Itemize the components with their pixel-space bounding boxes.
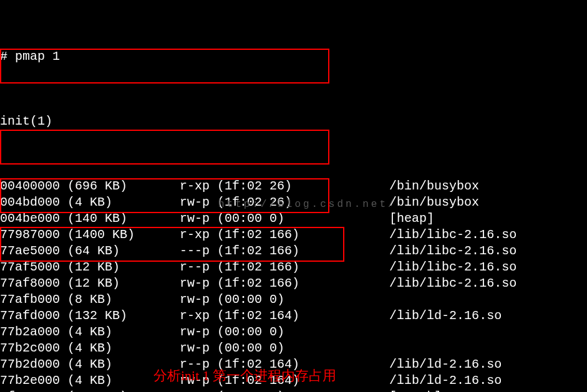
process-line: init(1) — [0, 113, 587, 130]
pmap-row: 77af8000 (12 KB) rw-p (1f:02 166) /lib/l… — [0, 275, 587, 292]
highlight-box-1 — [0, 49, 329, 84]
highlight-box-4 — [0, 227, 344, 262]
pmap-row: 77b2a000 (4 KB) rw-p (00:00 0) — [0, 324, 587, 340]
terminal[interactable]: # pmap 1 init(1) 00400000 (696 KB) r-xp … — [0, 0, 587, 392]
highlight-box-2 — [0, 130, 329, 165]
annotation-text: 分析init 1 第一个进程内存占用 — [153, 368, 336, 384]
pmap-row: 77afb000 (8 KB) rw-p (00:00 0) — [0, 292, 587, 308]
pmap-row: 77b2c000 (4 KB) rw-p (00:00 0) — [0, 340, 587, 356]
process-name: init(1) — [0, 114, 52, 128]
pmap-row: 7fa98000 (132 KB) rwxp (00:00 0) [stack] — [0, 389, 587, 392]
highlight-box-3 — [0, 178, 329, 213]
pmap-row: 77afd000 (132 KB) r-xp (1f:02 164) /lib/… — [0, 308, 587, 324]
